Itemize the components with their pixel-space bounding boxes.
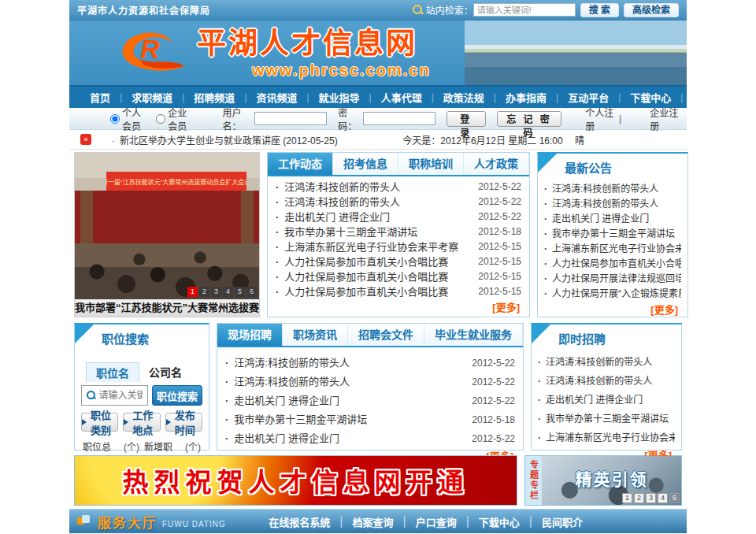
keyword-input[interactable] bbox=[98, 390, 143, 401]
announcement-link[interactable]: 新北区举办大学生创业与就业政策讲座 (2012-05-25) bbox=[112, 133, 338, 146]
personal-member-radio[interactable]: 个人会员 bbox=[110, 106, 148, 132]
notice-item[interactable]: 人力社保局开展“入企锻炼提素质” bbox=[544, 287, 681, 302]
news-item-title[interactable]: 走出机关门 进得企业门 bbox=[284, 210, 390, 224]
tab-career-info[interactable]: 职场资讯 bbox=[283, 324, 348, 346]
news-item[interactable]: 汪鸿涛:科技创新的带头人2012-5-22 bbox=[276, 195, 521, 210]
news-item[interactable]: 我市举办第十三期金平湖讲坛2012-5-18 bbox=[276, 224, 521, 239]
personal-member-radio-input[interactable] bbox=[110, 114, 120, 124]
topic-page-button[interactable]: 4 bbox=[658, 493, 668, 503]
topic-page-button[interactable]: 5 bbox=[669, 493, 680, 503]
company-member-radio-input[interactable] bbox=[156, 114, 165, 124]
nav-policy[interactable]: 政策法规 bbox=[434, 90, 494, 105]
news-item-title[interactable]: 人力社保局参加市直机关小合唱比赛 bbox=[284, 284, 448, 299]
recruit-item-title[interactable]: 我市举办第十三期金平湖讲坛 bbox=[234, 410, 367, 429]
slideshow-page-button[interactable]: 5 bbox=[235, 287, 245, 297]
recruit-item-title[interactable]: 走出机关门 进得企业门 bbox=[234, 391, 339, 410]
news-item[interactable]: 人力社保局参加市直机关小合唱比赛2012-5-15 bbox=[276, 284, 521, 299]
tab-position-name[interactable]: 职位名 bbox=[86, 362, 139, 382]
notice-more-link[interactable]: [更多] bbox=[538, 302, 687, 320]
news-item[interactable]: 汪鸿涛:科技创新的带头人2012-5-22 bbox=[276, 180, 521, 195]
nav-service-guide[interactable]: 办事指南 bbox=[496, 90, 556, 105]
nav-employment-guide[interactable]: 就业指导 bbox=[309, 90, 369, 105]
news-item[interactable]: 人力社保局参加市直机关小合唱比赛2012-5-15 bbox=[276, 254, 521, 269]
tab-talent-policy[interactable]: 人才政策 bbox=[464, 153, 529, 175]
recruit-item[interactable]: 汪鸿涛:科技创新的带头人2012-5-22 bbox=[225, 373, 515, 391]
notice-item[interactable]: 走出机关门 进得企业门 bbox=[544, 212, 681, 227]
news-more-link[interactable]: [更多] bbox=[268, 299, 529, 317]
notice-item[interactable]: 人力社保局开展法律法规巡回培训 bbox=[544, 272, 681, 287]
news-item-title[interactable]: 上海浦东新区光电子行业协会来平考察 bbox=[284, 239, 458, 254]
tab-onsite-recruit[interactable]: 现场招聘 bbox=[217, 324, 283, 346]
nav-home[interactable]: 首页 bbox=[80, 90, 120, 105]
tab-work-news[interactable]: 工作动态 bbox=[268, 153, 333, 175]
site-search-input[interactable] bbox=[473, 3, 576, 17]
site-search-button[interactable]: 搜 索 bbox=[580, 3, 619, 17]
job-search-button[interactable]: 职位搜索 bbox=[152, 385, 202, 406]
tab-jobfair-files[interactable]: 招聘会文件 bbox=[348, 324, 424, 346]
login-button[interactable]: 登 录 bbox=[447, 111, 486, 127]
recruit-item[interactable]: 我市举办第十三期金平湖讲坛2012-5-18 bbox=[225, 410, 515, 429]
topic-page-button[interactable]: 2 bbox=[634, 493, 644, 503]
recruit-item-title[interactable]: 汪鸿涛:科技创新的带头人 bbox=[234, 354, 350, 373]
instant-item[interactable]: 汪鸿涛:科技创新的带头人 bbox=[538, 353, 675, 372]
news-item[interactable]: 上海浦东新区光电子行业协会来平考察2012-5-15 bbox=[276, 239, 521, 254]
special-topic-banner[interactable]: 专题专栏 精英引领 1 2 3 4 5 bbox=[524, 455, 682, 506]
notice-item[interactable]: 我市举办第十三期金平湖讲坛 bbox=[544, 227, 681, 242]
nav-info[interactable]: 资讯频道 bbox=[246, 90, 306, 105]
personal-register-link[interactable]: 个人注册 bbox=[585, 106, 614, 132]
recruit-item[interactable]: 走出机关门 进得企业门2012-5-22 bbox=[225, 391, 515, 410]
nav-interaction[interactable]: 互动平台 bbox=[558, 90, 618, 105]
footer-link-private-agency[interactable]: 民间职介 bbox=[532, 514, 592, 529]
company-member-radio[interactable]: 企业会员 bbox=[156, 106, 194, 132]
tab-exam-info[interactable]: 招考信息 bbox=[333, 153, 398, 175]
news-item-title[interactable]: 人力社保局参加市直机关小合唱比赛 bbox=[284, 254, 448, 269]
recruit-item[interactable]: 汪鸿涛:科技创新的带头人2012-5-22 bbox=[225, 354, 515, 373]
slideshow-page-button[interactable]: 4 bbox=[223, 287, 233, 297]
topic-page-button[interactable]: 1 bbox=[622, 493, 632, 503]
notice-item[interactable]: 上海浦东新区光电子行业协会来平考 bbox=[544, 242, 681, 257]
topic-page-button[interactable]: 3 bbox=[646, 493, 656, 503]
recruit-item-title[interactable]: 汪鸿涛:科技创新的带头人 bbox=[234, 373, 350, 391]
slideshow-caption[interactable]: 我市部署“江苏技能状元”大赛常州选拔赛 bbox=[75, 299, 259, 317]
instant-item[interactable]: 汪鸿涛:科技创新的带头人 bbox=[538, 372, 675, 391]
instant-item[interactable]: 我市举办第十三期金平湖讲坛 bbox=[538, 410, 675, 428]
filter-date-button[interactable]: 发布时间 bbox=[165, 413, 202, 432]
notice-item[interactable]: 汪鸿涛:科技创新的带头人 bbox=[544, 182, 681, 197]
forgot-password-button[interactable]: 忘 记 密 码 bbox=[497, 111, 562, 127]
slideshow-page-button[interactable]: 1 bbox=[187, 287, 198, 297]
nav-recruit[interactable]: 招聘频道 bbox=[184, 90, 244, 105]
news-item[interactable]: 走出机关门 进得企业门2012-5-22 bbox=[276, 210, 521, 224]
tab-title-training[interactable]: 职称培训 bbox=[398, 153, 464, 175]
footer-link-online-signup[interactable]: 在线报名系统 bbox=[259, 514, 339, 529]
slideshow-page-button[interactable]: 2 bbox=[199, 287, 209, 297]
nav-download[interactable]: 下载中心 bbox=[621, 90, 680, 105]
footer-link-hukou-query[interactable]: 户口查询 bbox=[406, 514, 466, 529]
news-item-title[interactable]: 汪鸿涛:科技创新的带头人 bbox=[284, 195, 400, 210]
password-field[interactable] bbox=[363, 112, 435, 125]
news-item[interactable]: 人力社保局参加市直机关小合唱比赛2012-5-15 bbox=[276, 269, 521, 284]
tab-company-name[interactable]: 公司名 bbox=[139, 362, 191, 382]
filter-location-button[interactable]: 工作地点 bbox=[123, 413, 160, 432]
company-register-link[interactable]: 企业注册 bbox=[650, 106, 679, 132]
nav-hr-agency[interactable]: 人事代理 bbox=[372, 90, 432, 105]
celebration-banner[interactable]: 热烈祝贺人才信息网开通 bbox=[74, 455, 517, 506]
nav-job-seek[interactable]: 求职频道 bbox=[122, 90, 182, 105]
news-item-title[interactable]: 人力社保局参加市直机关小合唱比赛 bbox=[284, 269, 448, 284]
slideshow-page-button[interactable]: 6 bbox=[246, 287, 257, 297]
slideshow-page-button[interactable]: 3 bbox=[211, 287, 221, 297]
username-field[interactable] bbox=[254, 112, 327, 125]
recruit-item[interactable]: 走出机关门 进得企业门2012-5-22 bbox=[225, 429, 515, 448]
notice-item[interactable]: 人力社保局参加市直机关小合唱比赛 bbox=[544, 257, 681, 272]
notice-item[interactable]: 汪鸿涛:科技创新的带头人 bbox=[544, 197, 681, 212]
recruit-item-title[interactable]: 走出机关门 进得企业门 bbox=[234, 429, 339, 448]
instant-item[interactable]: 上海浦东新区光电子行业协会来平考 bbox=[538, 428, 675, 447]
tab-graduate-service[interactable]: 毕业生就业服务 bbox=[424, 324, 523, 346]
nav-sitemap[interactable]: 网站地图 bbox=[683, 90, 743, 105]
instant-item[interactable]: 走出机关门 进得企业门 bbox=[538, 391, 675, 410]
filter-category-button[interactable]: 职位类别 bbox=[81, 413, 118, 432]
slideshow-image[interactable]: 第一届“江苏技能状元”大赛常州选拔赛动员会扩大会议 1 2 3 4 5 6 bbox=[75, 153, 259, 299]
news-item-title[interactable]: 汪鸿涛:科技创新的带头人 bbox=[284, 180, 400, 195]
news-item-title[interactable]: 我市举办第十三期金平湖讲坛 bbox=[284, 224, 417, 239]
brand[interactable]: R 平湖人才信息网 www.phrcsc.com.cn bbox=[117, 27, 431, 80]
advanced-search-button[interactable]: 高级检索 bbox=[624, 3, 679, 17]
